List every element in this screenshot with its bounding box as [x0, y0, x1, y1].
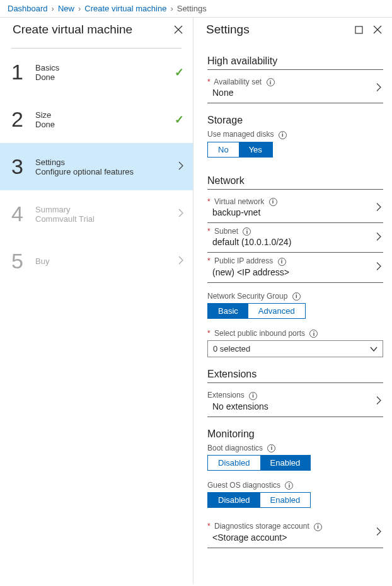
left-blade-title: Create virtual machine — [13, 23, 132, 37]
chevron-right-icon — [376, 396, 382, 407]
guest-enabled[interactable]: Enabled — [260, 493, 311, 507]
field-value: default (10.0.1.0/24) — [207, 236, 383, 247]
info-icon[interactable]: i — [269, 198, 277, 206]
check-icon: ✓ — [175, 66, 184, 79]
close-icon[interactable] — [372, 24, 383, 35]
guest-disabled[interactable]: Disabled — [208, 493, 260, 507]
managed-disks-yes[interactable]: Yes — [239, 142, 272, 157]
availability-set-picker[interactable]: * Availability set i None — [207, 74, 383, 103]
breadcrumb-create-vm[interactable]: Create virtual machine — [84, 4, 166, 13]
breadcrumb: Dashboard › New › Create virtual machine… — [0, 0, 392, 17]
step-title: Size — [35, 110, 175, 120]
subnet-picker[interactable]: * Subnet i default (10.0.1.0/24) — [207, 223, 383, 253]
nsg-label: Network Security Group i — [207, 292, 383, 301]
step-title: Basics — [35, 63, 175, 72]
section-storage: Storage — [207, 115, 383, 126]
check-icon: ✓ — [175, 113, 184, 127]
settings-blade: Settings High availability * Availabilit… — [193, 17, 392, 584]
guest-diagnostics-label: Guest OS diagnostics i — [207, 481, 383, 490]
info-icon[interactable]: i — [243, 227, 251, 236]
info-icon[interactable]: i — [314, 523, 322, 531]
info-icon[interactable]: i — [249, 392, 257, 400]
boot-enabled[interactable]: Enabled — [260, 456, 311, 470]
info-icon[interactable]: i — [279, 131, 287, 139]
info-icon[interactable]: i — [267, 78, 275, 86]
required-asterisk: * — [207, 78, 210, 86]
required-asterisk: * — [207, 197, 210, 206]
restore-icon[interactable] — [353, 24, 364, 35]
info-icon[interactable]: i — [278, 258, 286, 266]
field-value: backup-vnet — [207, 206, 383, 217]
step-size[interactable]: 2 Size Done ✓ — [0, 96, 193, 143]
guest-diagnostics-toggle: Disabled Enabled — [207, 492, 311, 508]
boot-diagnostics-toggle: Disabled Enabled — [207, 455, 311, 471]
chevron-right-icon — [178, 256, 184, 267]
step-subtitle: Done — [35, 120, 175, 129]
section-monitoring: Monitoring — [207, 428, 383, 440]
step-title: Settings — [35, 158, 178, 167]
section-extensions: Extensions — [207, 369, 383, 383]
chevron-right-icon — [376, 83, 382, 94]
chevron-right-icon: › — [52, 4, 54, 13]
step-subtitle: Commvault Trial — [35, 214, 178, 224]
step-subtitle: Configure optional features — [35, 167, 178, 176]
required-asterisk: * — [207, 522, 210, 531]
info-icon[interactable]: i — [267, 444, 275, 452]
public-ip-picker[interactable]: * Public IP address i (new) <IP address> — [207, 253, 383, 282]
step-number: 4 — [11, 202, 35, 226]
field-value: (new) <IP address> — [207, 266, 383, 277]
step-list: 1 Basics Done ✓ 2 Size Done ✓ 3 Settings — [0, 48, 193, 285]
managed-disks-toggle: No Yes — [207, 142, 273, 158]
step-basics[interactable]: 1 Basics Done ✓ — [0, 49, 193, 96]
step-buy[interactable]: 5 Buy — [0, 238, 193, 285]
breadcrumb-current: Settings — [177, 4, 207, 13]
breadcrumb-dashboard[interactable]: Dashboard — [8, 4, 48, 13]
field-label: Extensions — [207, 391, 245, 399]
settings-title: Settings — [206, 23, 250, 37]
boot-disabled[interactable]: Disabled — [208, 456, 260, 470]
field-value: No extensions — [207, 400, 383, 411]
chevron-right-icon — [376, 233, 382, 243]
info-icon[interactable]: i — [285, 481, 293, 490]
step-number: 3 — [11, 154, 35, 179]
field-label: Virtual network — [214, 197, 264, 206]
managed-disks-no[interactable]: No — [208, 142, 239, 157]
step-number: 1 — [11, 60, 35, 84]
chevron-right-icon — [376, 527, 382, 538]
nsg-advanced[interactable]: Advanced — [248, 304, 305, 318]
breadcrumb-new[interactable]: New — [58, 4, 74, 13]
step-number: 5 — [11, 249, 35, 273]
section-high-availability: High availability — [207, 55, 383, 70]
inbound-ports-label: * Select public inbound ports i — [207, 329, 383, 338]
step-title: Buy — [35, 256, 178, 266]
step-title: Summary — [35, 205, 178, 214]
field-label: Public IP address — [214, 256, 273, 265]
info-icon[interactable]: i — [292, 292, 301, 301]
chevron-right-icon — [178, 209, 184, 219]
inbound-ports-select[interactable]: 0 selected — [207, 340, 383, 357]
required-asterisk: * — [207, 256, 210, 265]
field-label: Diagnostics storage account — [214, 522, 309, 531]
extensions-picker[interactable]: Extensions i No extensions — [207, 387, 383, 417]
close-icon[interactable] — [173, 24, 184, 35]
chevron-right-icon: › — [78, 4, 81, 13]
nsg-basic[interactable]: Basic — [208, 304, 248, 318]
chevron-right-icon — [178, 161, 184, 172]
required-asterisk: * — [207, 329, 210, 338]
info-icon[interactable]: i — [309, 330, 318, 338]
chevron-down-icon — [370, 345, 378, 354]
step-subtitle: Done — [35, 72, 175, 82]
nsg-toggle: Basic Advanced — [207, 303, 306, 319]
chevron-right-icon — [376, 202, 382, 213]
step-settings[interactable]: 3 Settings Configure optional features — [0, 143, 193, 190]
chevron-right-icon: › — [170, 4, 173, 13]
svg-rect-2 — [355, 26, 362, 33]
field-label: Subnet — [214, 227, 238, 236]
virtual-network-picker[interactable]: * Virtual network i backup-vnet — [207, 193, 383, 223]
section-network: Network — [207, 175, 383, 190]
step-summary[interactable]: 4 Summary Commvault Trial — [0, 190, 193, 238]
field-value: None — [207, 86, 383, 98]
field-label: Availability set — [214, 78, 262, 86]
chevron-right-icon — [376, 262, 382, 273]
diagnostics-storage-picker[interactable]: * Diagnostics storage account i <Storage… — [207, 518, 383, 548]
